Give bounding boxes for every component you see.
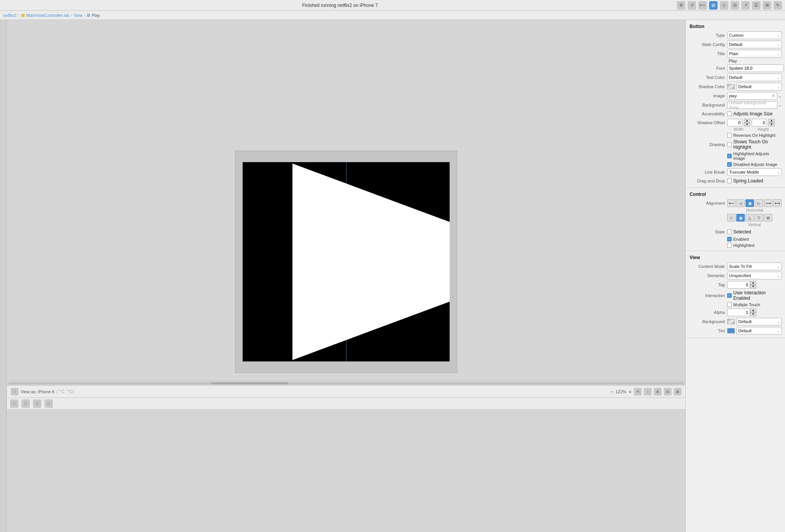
view-background-arrow: ⌄ — [777, 320, 780, 324]
highlighted-adjusts-checkbox[interactable] — [727, 154, 732, 158]
user-interaction-checkbox[interactable] — [727, 293, 732, 298]
scrollbar[interactable] — [7, 381, 685, 385]
vb-icon-1[interactable]: □ — [10, 399, 18, 408]
view-options-icon[interactable]: □ — [11, 388, 18, 396]
interaction-label: Interaction — [689, 293, 727, 298]
selected-checkbox[interactable] — [727, 230, 732, 234]
shadow-width-up[interactable]: ▲ — [744, 119, 750, 123]
align-v-2[interactable]: ▣ — [736, 214, 745, 222]
toolbar-icon-7[interactable]: ↗ — [741, 1, 750, 10]
breadcrumb-xib[interactable]: MainViewController.xib — [26, 13, 69, 18]
alpha-up[interactable]: ▲ — [750, 309, 756, 312]
disabled-adjusts-checkbox[interactable] — [727, 162, 732, 167]
toolbar-icon-3[interactable]: ⟵ — [698, 1, 707, 10]
title-value: Plain ⌄ — [727, 50, 782, 57]
align-v-3[interactable]: △ — [746, 214, 754, 222]
state-config-row: State Config Default ⌄ — [686, 40, 785, 49]
align-h-5[interactable]: ⟶ — [764, 199, 772, 207]
highlighted-adjusts-label: Highlighted Adjusts Image — [733, 151, 782, 161]
state-config-label: State Config — [689, 42, 727, 47]
background-field[interactable]: Default Background Imag — [727, 101, 777, 109]
shadow-width-down[interactable]: ▼ — [744, 123, 750, 126]
align-h-6[interactable]: ⟷ — [773, 199, 782, 207]
reverses-checkbox[interactable] — [727, 133, 732, 138]
align-h-1[interactable]: ⟵ — [727, 199, 736, 207]
accessibility-checkbox[interactable] — [727, 112, 732, 116]
vb-icon-3[interactable]: □ — [33, 399, 41, 408]
breadcrumb-netflix2[interactable]: netflix2 — [3, 13, 16, 18]
align-v-1[interactable]: □ — [727, 214, 736, 222]
tag-down[interactable]: ▼ — [750, 285, 756, 289]
align-h-4[interactable]: ▷ — [755, 199, 763, 207]
highlighted-checkbox[interactable] — [727, 243, 732, 248]
vb-icon-4[interactable]: □ — [44, 399, 53, 408]
title-dropdown[interactable]: Plain ⌄ — [727, 50, 782, 57]
content-mode-dropdown[interactable]: Scale To Fill ⌄ — [727, 263, 782, 270]
background-row: Background Default Background Imag ⌄ — [686, 100, 785, 110]
title-bar: Finished running netflix2 on iPhone 7 ⚙ … — [0, 0, 785, 11]
tint-swatch[interactable] — [727, 328, 735, 333]
alpha-input[interactable] — [727, 309, 750, 316]
view-background-value-text: Default — [738, 319, 752, 324]
toolbar-icon-6[interactable]: ⊟ — [731, 1, 739, 10]
scrollbar-track[interactable] — [8, 382, 684, 384]
align-v-5[interactable]: ⊟ — [764, 214, 772, 222]
spring-loaded-checkbox[interactable] — [727, 179, 732, 183]
tint-dropdown[interactable]: Default ⌄ — [736, 327, 782, 335]
font-input[interactable] — [727, 64, 784, 72]
font-row: Font T ⋯ — [686, 64, 785, 73]
layout-icon[interactable]: ⊞ — [654, 388, 662, 396]
toolbar-icon-9[interactable]: ⊞ — [763, 1, 771, 10]
view-background-dropdown[interactable]: Default ⌄ — [736, 318, 782, 325]
more-icon[interactable]: ⊠ — [674, 388, 682, 396]
shadow-height-up[interactable]: ▲ — [769, 119, 775, 123]
line-break-dropdown[interactable]: Truncate Middle ⌄ — [727, 168, 782, 176]
toolbar-icon-1[interactable]: ⚙ — [677, 1, 685, 10]
align-h-3[interactable]: ▣ — [746, 199, 754, 207]
breadcrumb-view[interactable]: View — [74, 13, 83, 18]
toolbar-icon-4[interactable]: ▤ — [709, 1, 718, 10]
state-config-dropdown[interactable]: Default ⌄ — [727, 41, 782, 48]
image-field[interactable]: play ✕ — [727, 92, 777, 100]
shadow-height-input[interactable] — [752, 119, 767, 126]
vb-icon-2[interactable]: □ — [21, 399, 30, 408]
fit-icon[interactable]: ⟲ — [634, 388, 642, 396]
toolbar-icon-2[interactable]: ↺ — [688, 1, 696, 10]
toolbar-icon-10[interactable]: ↻ — [774, 1, 782, 10]
type-row: Type Custom ⌄ — [686, 31, 785, 40]
view-background-row: Background Default ⌄ — [686, 317, 785, 326]
image-clear-btn[interactable]: ✕ — [772, 93, 775, 99]
export-icon[interactable]: ↑ — [644, 388, 652, 396]
grid-icon[interactable]: ⊟ — [664, 388, 672, 396]
semantic-label: Semantic — [689, 273, 727, 278]
tag-up[interactable]: ▲ — [750, 281, 756, 285]
shows-touch-checkbox[interactable] — [727, 142, 732, 147]
canvas-area[interactable]: Play □ View as: iPhone 8 (⌃C ⌃C) − 122% … — [7, 20, 685, 532]
drag-drop-row: Drag and Drop Spring Loaded — [686, 177, 785, 185]
shadow-color-dropdown[interactable]: Default ⌄ — [736, 83, 782, 90]
alpha-down[interactable]: ▼ — [750, 312, 756, 316]
tag-input[interactable] — [727, 281, 750, 289]
align-h-2[interactable]: ◁ — [736, 199, 745, 207]
toolbar-icon-8[interactable]: ☰ — [752, 1, 760, 10]
enabled-checkbox[interactable] — [727, 237, 732, 241]
zoom-plus-btn[interactable]: + — [629, 389, 632, 395]
shadow-color-swatch[interactable] — [727, 84, 735, 89]
breadcrumb-play[interactable]: Play — [92, 13, 100, 18]
scrollbar-thumb[interactable] — [211, 382, 288, 384]
shadow-height-down[interactable]: ▼ — [769, 123, 775, 126]
view-as-label: View as: iPhone 8 — [21, 389, 54, 394]
view-background-value: Default ⌄ — [727, 318, 782, 325]
align-v-4[interactable]: ▽ — [755, 214, 763, 222]
text-color-dropdown[interactable]: Default ⌄ — [727, 74, 782, 81]
view-background-swatch[interactable] — [727, 319, 735, 324]
toolbar-icon-5[interactable]: ◇ — [720, 1, 728, 10]
multiple-touch-checkbox[interactable] — [727, 302, 732, 307]
zoom-minus-btn[interactable]: − — [610, 389, 613, 395]
zoom-level[interactable]: 122% — [616, 389, 626, 394]
type-dropdown[interactable]: Custom ⌄ — [727, 31, 782, 39]
shadow-width-input[interactable] — [727, 119, 742, 126]
semantic-dropdown[interactable]: Unspecified ⌄ — [727, 272, 782, 279]
semantic-arrow: ⌄ — [777, 274, 780, 278]
shadow-height-stepper: ▲ ▼ — [752, 119, 775, 126]
